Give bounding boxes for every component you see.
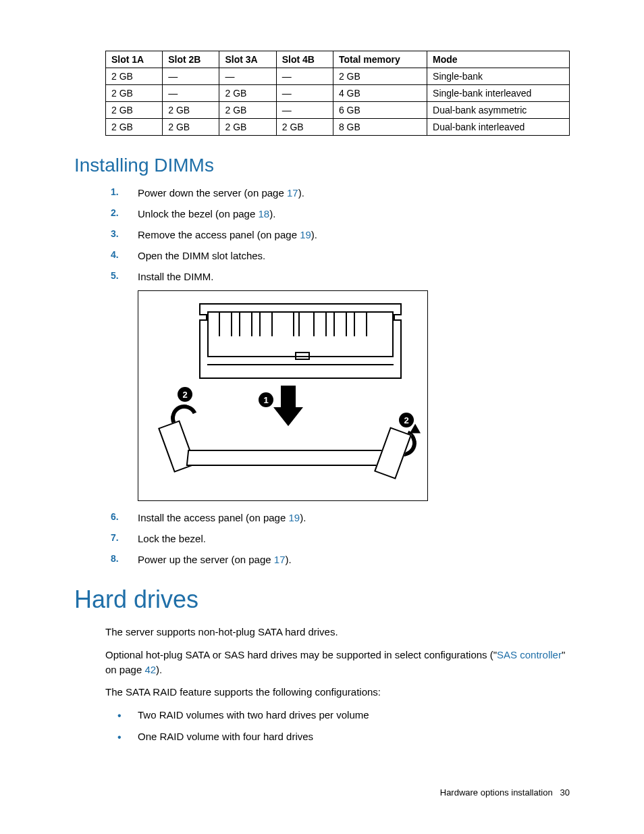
- step-3: Remove the access panel (on page 19).: [105, 228, 570, 242]
- table-row: 2 GB2 GB2 GB—6 GBDual-bank asymmetric: [106, 102, 570, 119]
- page: Slot 1A Slot 2B Slot 3A Slot 4B Total me…: [0, 0, 644, 834]
- step-5: Install the DIMM.: [105, 269, 570, 284]
- col-slot-4b: Slot 4B: [276, 51, 333, 68]
- dimm-module-icon: [199, 303, 402, 379]
- hd-paragraph-3: The SATA RAID feature supports the follo…: [105, 685, 570, 700]
- page-link-19[interactable]: 19: [300, 229, 311, 240]
- install-steps-list: Power down the server (on page 17). Unlo…: [105, 186, 570, 284]
- col-slot-2b: Slot 2B: [163, 51, 219, 68]
- col-slot-3a: Slot 3A: [219, 51, 276, 68]
- callout-2-badge: 2: [178, 387, 192, 402]
- table-header-row: Slot 1A Slot 2B Slot 3A Slot 4B Total me…: [106, 51, 570, 68]
- list-item: One RAID volume with four hard drives: [105, 729, 570, 744]
- step-8: Power up the server (on page 17).: [105, 552, 570, 567]
- page-link-42[interactable]: 42: [144, 664, 156, 675]
- down-arrow-icon: [273, 386, 303, 427]
- step-4: Open the DIMM slot latches.: [105, 249, 570, 263]
- hd-paragraph-2: Optional hot-plug SATA or SAS hard drive…: [105, 648, 570, 677]
- sas-controller-link[interactable]: SAS controller: [497, 649, 562, 660]
- hd-paragraph-1: The server supports non-hot-plug SATA ha…: [105, 625, 570, 640]
- callout-1-badge: 1: [259, 392, 273, 407]
- page-link-19[interactable]: 19: [288, 512, 300, 523]
- memory-config-table: Slot 1A Slot 2B Slot 3A Slot 4B Total me…: [105, 51, 570, 136]
- heading-hard-drives: Hard drives: [74, 585, 570, 614]
- raid-config-list: Two RAID volumes with two hard drives pe…: [105, 708, 570, 744]
- page-link-17[interactable]: 17: [287, 187, 298, 199]
- footer-section-title: Hardware options installation: [440, 787, 553, 798]
- table-row: 2 GB—2 GB—4 GBSingle-bank interleaved: [106, 85, 570, 102]
- step-7: Lock the bezel.: [105, 531, 570, 546]
- col-total-memory: Total memory: [333, 51, 427, 68]
- step-6: Install the access panel (on page 19).: [105, 511, 570, 525]
- table-row: 2 GB2 GB2 GB2 GB8 GBDual-bank interleave…: [106, 119, 570, 136]
- page-number: 30: [560, 787, 570, 798]
- dimm-slot-icon: [160, 423, 410, 484]
- dimm-install-figure: 1 2 2: [138, 290, 428, 501]
- page-link-17[interactable]: 17: [274, 554, 286, 565]
- content-area: Slot 1A Slot 2B Slot 3A Slot 4B Total me…: [105, 51, 570, 744]
- step-2: Unlock the bezel (on page 18).: [105, 207, 570, 221]
- col-slot-1a: Slot 1A: [106, 51, 163, 68]
- table-row: 2 GB———2 GBSingle-bank: [106, 68, 570, 85]
- step-1: Power down the server (on page 17).: [105, 186, 570, 200]
- install-steps-list-cont: Install the access panel (on page 19). L…: [105, 511, 570, 567]
- page-footer: Hardware options installation 30: [440, 787, 570, 798]
- list-item: Two RAID volumes with two hard drives pe…: [105, 708, 570, 723]
- heading-installing-dimms: Installing DIMMs: [74, 155, 570, 176]
- page-link-18[interactable]: 18: [258, 208, 269, 219]
- col-mode: Mode: [427, 51, 570, 68]
